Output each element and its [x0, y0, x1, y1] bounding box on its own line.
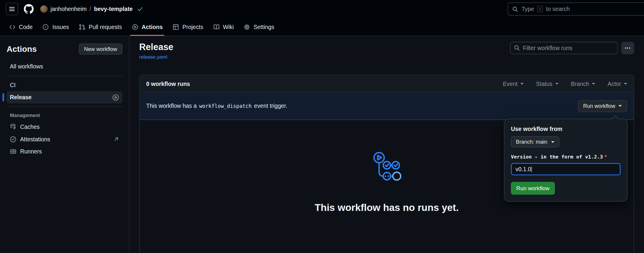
tab-actions[interactable]: Actions	[128, 18, 167, 36]
popover-title: Use workflow from	[511, 126, 621, 132]
chevron-down-icon	[619, 105, 622, 107]
text-cursor	[531, 166, 532, 172]
branch-select-label: Branch: main	[516, 139, 547, 145]
tab-wiki[interactable]: Wiki	[209, 18, 238, 36]
git-pull-request-icon	[79, 24, 85, 30]
required-asterisk: *	[604, 154, 607, 160]
run-workflow-dropdown-button[interactable]: Run workflow	[578, 100, 627, 112]
sidebar-item-runners[interactable]: Runners	[7, 145, 122, 158]
tab-label: Issues	[52, 24, 69, 30]
code-icon	[9, 24, 15, 30]
empty-state-title: This workflow has no runs yet.	[315, 202, 459, 214]
github-actions-page: janhohenheim / bevy-template Type / to s…	[0, 0, 644, 253]
global-search-input[interactable]: Type / to search	[508, 2, 644, 15]
banner-text-after: event trigger.	[254, 103, 287, 109]
sidebar-item-ci[interactable]: CI	[7, 79, 122, 91]
book-icon	[213, 24, 220, 30]
tab-label: Wiki	[223, 24, 234, 30]
tab-issues[interactable]: Issues	[39, 18, 73, 36]
play-circle-icon	[132, 24, 138, 30]
dropdown-label: Branch	[571, 80, 589, 87]
status-filter-dropdown[interactable]: Status	[536, 80, 559, 87]
run-workflow-label: Run workflow	[583, 103, 615, 109]
gear-icon	[244, 24, 250, 30]
version-input-label: Version - in the form of v1.2.3*	[511, 154, 621, 160]
sidebar-item-label: All workflows	[10, 63, 43, 70]
slash-key-hint: /	[537, 6, 543, 12]
server-icon	[10, 148, 16, 155]
dropdown-label: Status	[536, 80, 552, 87]
chevron-down-icon	[592, 83, 595, 85]
sidebar-divider	[7, 76, 122, 76]
new-workflow-button[interactable]: New workflow	[79, 44, 122, 55]
workflow-file-link[interactable]: release.yaml	[139, 54, 167, 60]
breadcrumb-repo-link[interactable]: bevy-template	[94, 6, 132, 12]
branch-select-button[interactable]: Branch: main	[511, 136, 559, 147]
sidebar-title: Actions	[7, 44, 37, 54]
actor-filter-dropdown[interactable]: Actor	[608, 80, 627, 87]
run-workflow-popover: Use workflow from Branch: main Version -…	[504, 119, 627, 202]
verified-icon	[10, 136, 16, 142]
sidebar-item-label: Caches	[20, 124, 40, 130]
search-placeholder-suffix: to search	[546, 6, 570, 12]
sidebar-divider	[7, 106, 122, 107]
page-title: Release	[139, 42, 173, 52]
event-filter-dropdown[interactable]: Event	[503, 80, 524, 87]
chevron-down-icon	[555, 83, 559, 85]
workflow-dispatch-banner: This workflow has a workflow_dispatch ev…	[140, 92, 634, 120]
breadcrumb-separator: /	[90, 6, 91, 12]
search-icon	[512, 6, 518, 12]
sidebar-item-release[interactable]: Release	[7, 91, 122, 104]
issue-opened-icon	[42, 24, 49, 30]
chevron-down-icon	[520, 83, 524, 85]
chevron-down-icon	[551, 141, 554, 143]
breadcrumb: janhohenheim / bevy-template	[40, 5, 143, 13]
kebab-icon	[624, 45, 631, 51]
sidebar-item-caches[interactable]: Caches	[7, 121, 122, 133]
runs-count: 0 workflow runs	[146, 80, 190, 87]
sidebar-item-all-workflows[interactable]: All workflows	[7, 60, 122, 73]
repo-navigation: Code Issues Pull requests Actions Projec…	[0, 18, 644, 36]
workflow-options-button[interactable]	[621, 42, 634, 54]
hamburger-icon	[9, 6, 15, 12]
tab-label: Code	[19, 24, 33, 30]
tab-settings[interactable]: Settings	[239, 18, 278, 36]
banner-code: workflow_dispatch	[198, 103, 253, 109]
search-placeholder-prefix: Type	[522, 6, 534, 12]
search-icon	[514, 45, 520, 51]
chevron-down-icon	[624, 83, 627, 85]
selected-indicator	[2, 93, 4, 102]
version-input[interactable]: v0.1.0	[511, 163, 621, 175]
cache-icon	[10, 124, 16, 130]
tab-label: Actions	[142, 24, 163, 30]
tab-code[interactable]: Code	[5, 18, 37, 36]
hamburger-menu-button[interactable]	[6, 3, 18, 15]
tab-label: Pull requests	[89, 24, 122, 30]
sidebar-item-attestations[interactable]: Attestations	[7, 133, 122, 145]
tab-label: Settings	[253, 24, 274, 30]
table-icon	[172, 24, 179, 30]
tab-pull-requests[interactable]: Pull requests	[75, 18, 126, 36]
workflow-graph-illustration	[370, 151, 403, 184]
tab-projects[interactable]: Projects	[168, 18, 207, 36]
dropdown-label: Event	[503, 80, 518, 87]
external-link-icon	[113, 136, 119, 142]
version-input-value: v0.1.0	[515, 166, 531, 172]
branch-filter-dropdown[interactable]: Branch	[571, 80, 595, 87]
banner-text-before: This workflow has a	[146, 103, 196, 109]
breadcrumb-owner-link[interactable]: janhohenheim	[50, 6, 87, 12]
tab-label: Projects	[183, 24, 203, 30]
sidebar-item-label: CI	[10, 82, 15, 88]
actions-sidebar: Actions New workflow All workflows CI Re…	[0, 36, 130, 253]
runs-table-header: 0 workflow runs Event Status Branch Acto…	[140, 75, 634, 92]
filter-workflow-runs-input[interactable]	[510, 42, 618, 54]
sidebar-item-label: Runners	[20, 148, 42, 155]
avatar[interactable]	[40, 5, 48, 13]
run-workflow-submit-button[interactable]: Run workflow	[511, 182, 555, 195]
github-logo-icon[interactable]	[24, 4, 33, 14]
check-icon	[137, 6, 143, 12]
global-header: janhohenheim / bevy-template Type / to s…	[0, 0, 644, 18]
sidebar-item-label: Attestations	[20, 136, 50, 142]
management-section-label: Management	[10, 113, 122, 118]
dropdown-label: Actor	[608, 80, 621, 87]
